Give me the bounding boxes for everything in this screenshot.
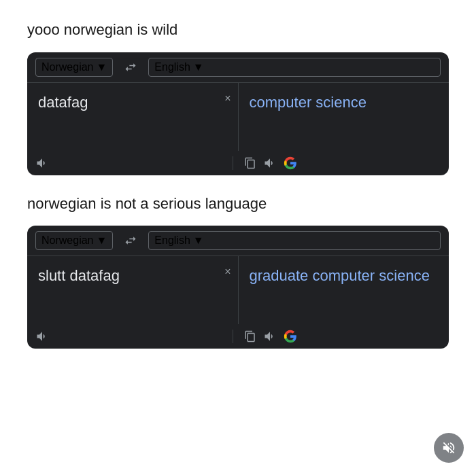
card1-input-text: datafag <box>38 94 88 111</box>
card2-output-pane: graduate computer science <box>239 256 449 324</box>
card1-output-text: computer science <box>250 94 367 111</box>
card2-input-text: slutt datafag <box>38 267 120 284</box>
card2-footer-right <box>233 330 441 343</box>
card2-footer-left <box>35 330 233 343</box>
mute-button[interactable] <box>434 433 464 463</box>
card2-source-dropdown-arrow: ▼ <box>96 234 107 247</box>
card1-header: Norwegian ▼ English ▼ <box>27 52 449 83</box>
card1-output-pane: computer science <box>239 83 449 151</box>
card1-speaker-icon[interactable] <box>35 156 49 170</box>
card1-footer-left <box>35 156 233 170</box>
card1-body: datafag × computer science <box>27 83 449 151</box>
card1-source-lang-selector[interactable]: Norwegian ▼ <box>35 58 113 77</box>
card2-source-lang-label: Norwegian <box>41 234 93 247</box>
card2-copy-icon[interactable] <box>244 330 256 342</box>
card1-target-dropdown-arrow: ▼ <box>193 61 204 73</box>
card1-target-lang-label: English <box>154 61 190 73</box>
card2-clear-button[interactable]: × <box>224 266 231 278</box>
translate-card-1: Norwegian ▼ English ▼ datafag × computer… <box>27 52 449 175</box>
card2-header: Norwegian ▼ English ▼ <box>27 226 449 256</box>
card2-speaker-icon[interactable] <box>35 330 49 343</box>
card1-source-dropdown-arrow: ▼ <box>96 61 107 73</box>
card1-target-lang-selector[interactable]: English ▼ <box>148 58 441 77</box>
card2-target-lang-selector[interactable]: English ▼ <box>148 231 441 250</box>
card1-speaker2-icon[interactable] <box>263 156 277 170</box>
card1-copy-icon[interactable] <box>244 157 256 169</box>
card1-clear-button[interactable]: × <box>224 92 231 105</box>
card1-google-g-icon[interactable] <box>284 156 297 170</box>
card2-footer <box>27 324 449 349</box>
card2-body: slutt datafag × graduate computer scienc… <box>27 256 449 324</box>
caption-1: yooo norwegian is wild <box>27 20 449 40</box>
card1-footer <box>27 151 449 175</box>
card1-source-lang-label: Norwegian <box>41 61 93 73</box>
translate-card-2: Norwegian ▼ English ▼ slutt datafag × gr… <box>27 226 449 349</box>
card2-output-text: graduate computer science <box>250 267 430 284</box>
card2-source-lang-selector[interactable]: Norwegian ▼ <box>35 231 113 250</box>
card2-target-lang-label: English <box>154 234 190 247</box>
caption-2: norwegian is not a serious language <box>27 194 449 214</box>
card2-input-pane[interactable]: slutt datafag × <box>27 256 239 324</box>
card2-speaker2-icon[interactable] <box>263 330 277 343</box>
card2-target-dropdown-arrow: ▼ <box>193 234 204 247</box>
card1-swap-button[interactable] <box>118 60 143 74</box>
card1-input-pane[interactable]: datafag × <box>27 83 239 151</box>
card2-google-g-icon[interactable] <box>284 330 297 343</box>
card2-swap-button[interactable] <box>118 234 143 247</box>
card1-footer-right <box>233 156 441 170</box>
